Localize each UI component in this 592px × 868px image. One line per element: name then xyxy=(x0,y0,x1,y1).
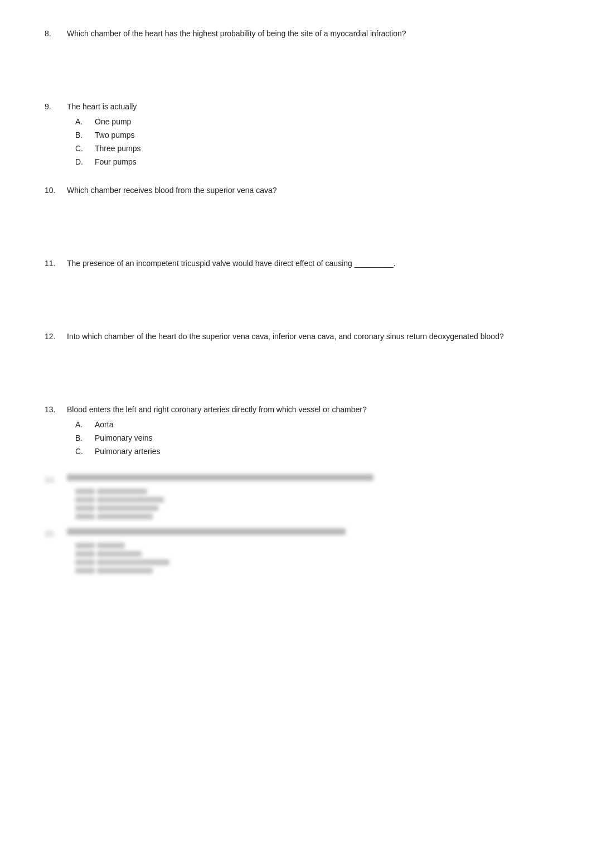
blurred-questions: 14. 15. xyxy=(45,474,547,573)
spacer-11-12 xyxy=(45,286,547,331)
spacer-12-13 xyxy=(45,359,547,404)
q13-option-c-letter: C. xyxy=(75,446,95,457)
q9-option-c-text: Three pumps xyxy=(95,143,547,155)
q10-text: Which chamber receives blood from the su… xyxy=(67,185,547,196)
q13-options: A. Aorta B. Pulmonary veins C. Pulmonary… xyxy=(75,419,547,457)
q9-option-d-text: Four pumps xyxy=(95,156,547,168)
q10-number: 10. xyxy=(45,185,67,196)
q9-option-b-text: Two pumps xyxy=(95,129,547,141)
q13-number: 13. xyxy=(45,404,67,416)
q9-options: A. One pump B. Two pumps C. Three pumps … xyxy=(75,116,547,168)
q8-text: Which chamber of the heart has the highe… xyxy=(67,28,547,40)
q9-option-d-letter: D. xyxy=(75,156,95,168)
q12-number: 12. xyxy=(45,331,67,343)
question-10: 10. Which chamber receives blood from th… xyxy=(45,185,547,196)
q9-text: The heart is actually xyxy=(67,101,547,113)
question-8: 8. Which chamber of the heart has the hi… xyxy=(45,28,547,40)
q9-option-a: A. One pump xyxy=(75,116,547,128)
q13-text: Blood enters the left and right coronary… xyxy=(67,404,547,416)
q11-text: The presence of an incompetent tricuspid… xyxy=(67,258,547,269)
q9-option-a-text: One pump xyxy=(95,116,547,128)
spacer-8-9 xyxy=(45,56,547,101)
spacer-10-11 xyxy=(45,213,547,258)
q11-number: 11. xyxy=(45,258,67,269)
q9-option-a-letter: A. xyxy=(75,116,95,128)
question-12: 12. Into which chamber of the heart do t… xyxy=(45,331,547,343)
q13-option-b: B. Pulmonary veins xyxy=(75,432,547,444)
q9-option-b: B. Two pumps xyxy=(75,129,547,141)
q13-option-a-text: Aorta xyxy=(95,419,547,431)
q13-option-b-letter: B. xyxy=(75,432,95,444)
question-9: 9. The heart is actually A. One pump B. … xyxy=(45,101,547,168)
q9-option-c: C. Three pumps xyxy=(75,143,547,155)
q13-option-b-text: Pulmonary veins xyxy=(95,432,547,444)
q9-option-c-letter: C. xyxy=(75,143,95,155)
q8-number: 8. xyxy=(45,28,67,40)
question-13: 13. Blood enters the left and right coro… xyxy=(45,404,547,457)
question-11: 11. The presence of an incompetent tricu… xyxy=(45,258,547,269)
q9-option-b-letter: B. xyxy=(75,129,95,141)
q9-option-d: D. Four pumps xyxy=(75,156,547,168)
q9-number: 9. xyxy=(45,101,67,113)
q13-option-c-text: Pulmonary arteries xyxy=(95,446,547,457)
q12-text: Into which chamber of the heart do the s… xyxy=(67,331,547,343)
q13-option-a: A. Aorta xyxy=(75,419,547,431)
q13-option-c: C. Pulmonary arteries xyxy=(75,446,547,457)
q13-option-a-letter: A. xyxy=(75,419,95,431)
